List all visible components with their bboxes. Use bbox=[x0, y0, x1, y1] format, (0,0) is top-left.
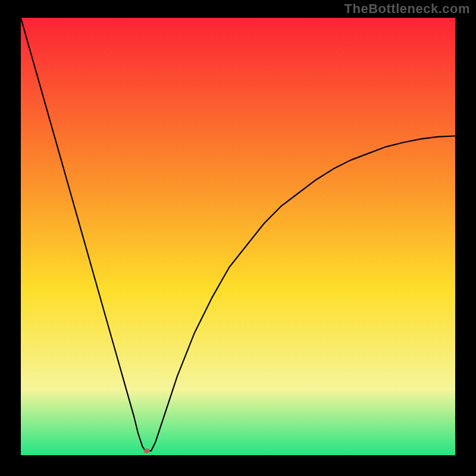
chart-frame: TheBottleneck.com bbox=[0, 0, 476, 476]
gradient-background bbox=[21, 18, 455, 455]
chart-svg bbox=[21, 18, 455, 455]
optimal-point-marker bbox=[144, 449, 150, 453]
watermark-text: TheBottleneck.com bbox=[345, 1, 470, 17]
plot-area bbox=[21, 18, 455, 455]
